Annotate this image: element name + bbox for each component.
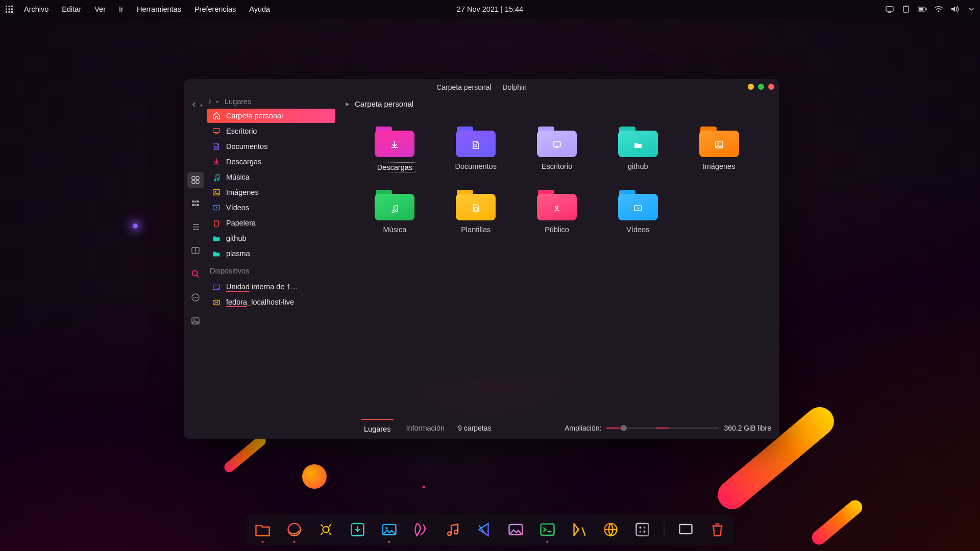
rail-preview-button[interactable]: [187, 313, 204, 329]
breadcrumb[interactable]: ▶ Carpeta personal: [338, 95, 775, 115]
dock-app-settings[interactable]: [316, 519, 336, 540]
folder-imágenes[interactable]: Imágenes: [681, 127, 757, 172]
rail-search-button[interactable]: [187, 266, 204, 282]
sidebar-item-escritorio[interactable]: Escritorio: [207, 124, 335, 138]
sidebar-item-descargas[interactable]: Descargas: [207, 155, 335, 169]
dock-show-desktop[interactable]: [676, 519, 696, 540]
folder-icon: [537, 190, 577, 220]
sidebar-item-papelera[interactable]: Papelera: [207, 216, 335, 230]
folder-descargas[interactable]: Descargas: [357, 127, 433, 172]
dock-app-photos[interactable]: [379, 519, 400, 540]
dock-app-music[interactable]: [443, 519, 463, 540]
sidebar-item-label: plasma: [226, 249, 250, 258]
sidebar-item-github[interactable]: github: [207, 231, 335, 245]
svg-line-33: [197, 276, 199, 278]
window-titlebar[interactable]: Carpeta personal — Dolphin: [184, 79, 779, 95]
nav-back-button[interactable]: [191, 102, 197, 108]
image-icon: [212, 188, 221, 197]
devices-header: Dispositivos: [207, 262, 335, 280]
nav-forward-button[interactable]: [207, 98, 213, 105]
sidebar-item-documentos[interactable]: Documentos: [207, 139, 335, 154]
dock-app-files[interactable]: [253, 519, 273, 540]
nav-back-dropdown[interactable]: ▾: [200, 103, 203, 108]
sidebar-item-label: Música: [226, 173, 250, 181]
rail-icons-view-button[interactable]: [187, 172, 204, 188]
sidebar-item-carpeta-personal[interactable]: Carpeta personal: [207, 109, 335, 123]
folder-label: Público: [545, 226, 569, 234]
sidebar-item-label: Unidad interna de 1…: [226, 283, 298, 292]
folder-icon: [618, 136, 658, 154]
folder-plantillas[interactable]: Plantillas: [438, 190, 514, 234]
sidebar-device-fedora-localhost-live[interactable]: fedora_localhost-live: [207, 295, 335, 310]
tray-battery-icon[interactable]: [918, 5, 927, 14]
dock-app-browser-alt[interactable]: [601, 519, 621, 540]
folder-escritorio[interactable]: Escritorio: [519, 127, 595, 172]
sidebar-item-label: github: [226, 234, 247, 242]
folder-público[interactable]: Público: [519, 190, 595, 234]
dock-app-terminal[interactable]: [537, 519, 558, 540]
svg-rect-47: [213, 285, 220, 290]
sidebar-item-plasma[interactable]: plasma: [207, 246, 335, 261]
nav-forward-dropdown[interactable]: ▾: [216, 99, 218, 105]
rail-compact-view-button[interactable]: [187, 195, 204, 212]
clock[interactable]: 27 Nov 2021 | 15:44: [457, 5, 523, 13]
dock-app-app-install[interactable]: [348, 519, 368, 540]
menu-preferencias[interactable]: Preferencias: [188, 5, 242, 13]
dock-app-gimp[interactable]: [506, 519, 526, 540]
svg-rect-2: [11, 6, 13, 7]
folder-label: Descargas: [374, 162, 416, 172]
folder-github[interactable]: github: [600, 127, 676, 172]
menu-ayuda[interactable]: Ayuda: [242, 5, 277, 13]
menu-ver[interactable]: Ver: [88, 5, 112, 13]
panel-tab-places[interactable]: Lugares: [361, 419, 394, 438]
tray-wifi-icon[interactable]: [934, 5, 943, 14]
folder-música[interactable]: Música: [357, 190, 433, 234]
rail-details-view-button[interactable]: [187, 219, 204, 235]
dock-app-kvantum[interactable]: [569, 519, 590, 540]
window-maximize-button[interactable]: [758, 84, 764, 90]
menu-editar[interactable]: Editar: [55, 5, 88, 13]
svg-rect-25: [194, 204, 197, 206]
svg-point-55: [717, 143, 719, 145]
desktop-icon: [537, 136, 577, 154]
window-minimize-button[interactable]: [748, 84, 754, 90]
music-icon: [375, 199, 414, 217]
window-title: Carpeta personal — Dolphin: [436, 83, 527, 91]
top-panel: ArchivoEditarVerIrHerramientasPreferenci…: [0, 0, 980, 18]
tray-volume-icon[interactable]: [950, 5, 960, 14]
panel-tab-info[interactable]: Información: [403, 419, 448, 438]
places-sidebar: ▾ Lugares Carpeta personalEscritorioDocu…: [207, 95, 338, 439]
public-icon: [537, 199, 577, 217]
drive-icon: [212, 283, 221, 292]
tray-chevron-down-icon[interactable]: [967, 5, 976, 14]
sidebar-item-música[interactable]: Música: [207, 170, 335, 184]
dock-trash[interactable]: [707, 519, 728, 540]
menu-ir[interactable]: Ir: [112, 5, 130, 13]
panel-tabs: Lugares Información: [361, 419, 448, 438]
svg-rect-75: [541, 524, 554, 535]
tray-clipboard-icon[interactable]: [901, 5, 911, 14]
tray-display-icon[interactable]: [885, 5, 894, 14]
folder-documentos[interactable]: Documentos: [438, 127, 514, 172]
svg-line-68: [321, 533, 323, 535]
rail-more-button[interactable]: [187, 289, 204, 306]
zoom-slider[interactable]: [606, 424, 719, 432]
svg-rect-77: [636, 523, 649, 536]
sidebar-device-unidad-interna-de-1-[interactable]: Unidad interna de 1…: [207, 280, 335, 294]
svg-rect-21: [192, 201, 194, 203]
folder-vídeos[interactable]: Vídeos: [600, 190, 676, 234]
svg-point-60: [323, 527, 329, 533]
dock-app-firefox[interactable]: [284, 519, 305, 540]
svg-rect-22: [194, 201, 197, 203]
menu-herramientas[interactable]: Herramientas: [130, 5, 188, 13]
sidebar-item-imágenes[interactable]: Imágenes: [207, 185, 335, 199]
apps-grid-button[interactable]: [4, 6, 14, 13]
window-close-button[interactable]: [768, 84, 774, 90]
sidebar-item-vídeos[interactable]: Vídeos: [207, 201, 335, 215]
view-rail: [184, 95, 207, 439]
dock-app-krita[interactable]: [632, 519, 653, 540]
menu-archivo[interactable]: Archivo: [17, 5, 55, 13]
dock-app-vscode[interactable]: [474, 519, 495, 540]
rail-split-view-button[interactable]: [187, 242, 204, 259]
dock-app-kate[interactable]: [411, 519, 431, 540]
